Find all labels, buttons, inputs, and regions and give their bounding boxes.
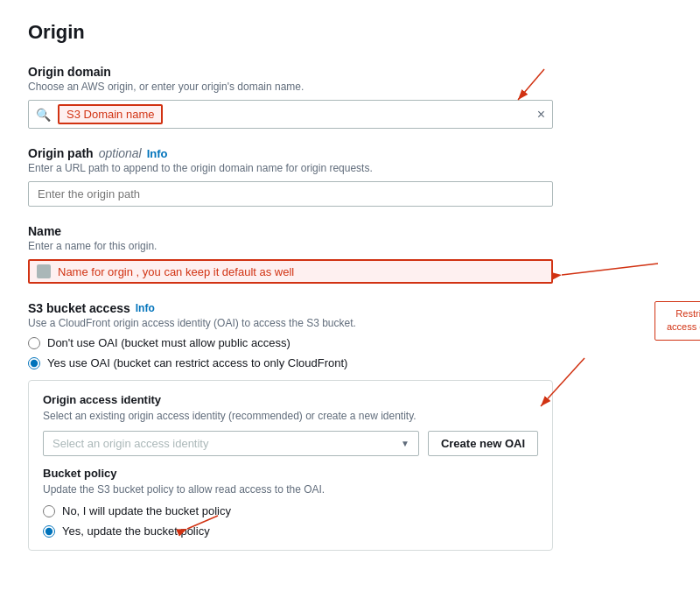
name-section: Name Enter a name for this origin. <box>28 224 672 284</box>
bucket-policy-yes-option[interactable]: Yes, update the bucket policy <box>43 524 538 538</box>
name-label: Name <box>28 224 672 238</box>
s3-bucket-access-desc: Use a CloudFront origin access identity … <box>28 317 672 329</box>
oai-subsection-desc: Select an existing origin access identit… <box>43 410 538 422</box>
name-icon <box>37 264 51 278</box>
optional-badge: optional <box>99 146 142 160</box>
s3-access-radio-group: Don't use OAI (bucket must allow public … <box>28 336 672 369</box>
origin-domain-section: Origin domain Choose an AWS origin, or e… <box>28 65 672 129</box>
name-input-box[interactable] <box>28 259 553 284</box>
origin-path-input[interactable] <box>28 181 553 207</box>
bucket-policy-desc: Update the S3 bucket policy to allow rea… <box>43 483 538 496</box>
origin-path-label: Origin path optional Info <box>28 146 672 160</box>
bucket-policy-no-radio[interactable] <box>43 505 55 517</box>
oai-select[interactable]: Select an origin access identity ▼ <box>43 431 419 456</box>
s3-bucket-access-label: S3 bucket access Info <box>28 301 672 315</box>
bucket-policy-yes-radio[interactable] <box>43 525 55 538</box>
s3-no-oai-label: Don't use OAI (bucket must allow public … <box>47 336 290 349</box>
origin-path-info-link[interactable]: Info <box>147 147 168 160</box>
origin-path-section: Origin path optional Info Enter a URL pa… <box>28 146 672 207</box>
origin-domain-search-box[interactable]: 🔍 S3 Domain name × <box>28 100 553 129</box>
s3-no-oai-option[interactable]: Don't use OAI (bucket must allow public … <box>28 336 672 349</box>
chevron-down-icon: ▼ <box>401 439 410 448</box>
search-icon: 🔍 <box>36 108 51 122</box>
create-oai-button[interactable]: Create new OAI <box>428 431 538 456</box>
bucket-policy-no-label: No, I will update the bucket policy <box>62 504 231 517</box>
name-desc: Enter a name for this origin. <box>28 240 672 252</box>
oai-select-placeholder: Select an origin access identity <box>52 437 208 450</box>
origin-domain-desc: Choose an AWS origin, or enter your orig… <box>28 81 672 93</box>
bucket-policy-label: Bucket policy <box>43 467 538 480</box>
s3-no-oai-radio[interactable] <box>28 337 40 349</box>
oai-subsection-title: Origin access identity <box>43 393 538 406</box>
origin-path-desc: Enter a URL path to append to the origin… <box>28 162 672 174</box>
name-input-wrapper <box>28 259 553 284</box>
origin-domain-label: Origin domain <box>28 65 672 79</box>
bucket-policy-radio-group: No, I will update the bucket policy Yes,… <box>43 504 538 538</box>
s3-yes-oai-radio[interactable] <box>28 357 40 369</box>
bucket-policy-yes-label: Yes, update the bucket policy <box>62 524 210 538</box>
s3-bucket-access-section: S3 bucket access Info Use a CloudFront o… <box>28 301 672 551</box>
s3-bucket-access-info-link[interactable]: Info <box>136 302 155 314</box>
page-title: Origin <box>28 21 672 44</box>
s3-yes-oai-label: Yes use OAI (bucket can restrict access … <box>47 356 347 369</box>
clear-button[interactable]: × <box>537 107 545 123</box>
origin-domain-input[interactable] <box>163 108 529 121</box>
s3-yes-oai-option[interactable]: Yes use OAI (bucket can restrict access … <box>28 356 672 369</box>
origin-access-identity-subsection: Origin access identity Select an existin… <box>28 380 553 551</box>
restrict-annotation: Restrict the S3 content access only via … <box>654 301 700 341</box>
svg-line-3 <box>562 264 658 275</box>
bucket-policy-section: Bucket policy Update the S3 bucket polic… <box>43 467 538 538</box>
bucket-policy-no-option[interactable]: No, I will update the bucket policy <box>43 504 538 517</box>
s3-domain-highlight: S3 Domain name <box>58 104 163 124</box>
oai-select-wrapper: Select an origin access identity ▼ Creat… <box>43 431 538 456</box>
name-input[interactable] <box>58 265 544 278</box>
